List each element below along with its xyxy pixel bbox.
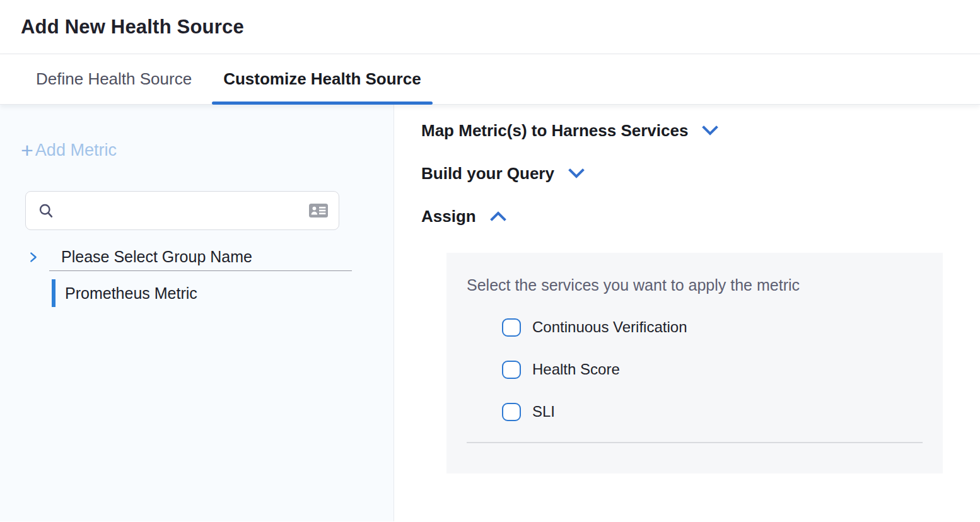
metric-item-label: Prometheus Metric xyxy=(65,284,197,303)
tab-customize-health-source[interactable]: Customize Health Source xyxy=(212,54,433,104)
metric-item-prometheus-metric[interactable]: Prometheus Metric xyxy=(0,279,394,307)
metrics-sidebar: + Add Metric xyxy=(0,105,394,521)
metric-search-box[interactable] xyxy=(25,191,339,230)
option-label: SLI xyxy=(532,403,555,420)
assign-panel-divider xyxy=(467,442,923,443)
section-title: Assign xyxy=(421,207,476,226)
group-row-please-select-group-name[interactable]: Please Select Group Name xyxy=(0,248,394,266)
tab-define-health-source[interactable]: Define Health Source xyxy=(36,54,192,104)
chevron-right-icon[interactable] xyxy=(26,250,40,265)
selected-indicator-bar xyxy=(52,279,55,307)
contact-card-icon[interactable] xyxy=(308,202,329,219)
assign-panel: Select the services you want to apply th… xyxy=(446,253,943,473)
section-title: Build your Query xyxy=(421,164,554,183)
option-continuous-verification: Continuous Verification xyxy=(502,318,943,337)
active-tab-underline xyxy=(212,102,433,105)
option-label: Continuous Verification xyxy=(532,318,687,336)
continuous-verification-checkbox[interactable] xyxy=(502,318,521,337)
content-area: + Add Metric xyxy=(0,105,980,521)
chevron-down-icon[interactable] xyxy=(699,122,721,139)
sli-checkbox[interactable] xyxy=(502,403,521,421)
section-assign[interactable]: Assign xyxy=(421,207,980,226)
search-input[interactable] xyxy=(62,202,308,219)
section-build-your-query[interactable]: Build your Query xyxy=(421,164,980,183)
section-map-metrics-to-harness-services[interactable]: Map Metric(s) to Harness Services xyxy=(421,121,980,140)
assign-prompt: Select the services you want to apply th… xyxy=(467,276,943,294)
customize-main-panel: Map Metric(s) to Harness Services Build … xyxy=(394,105,980,521)
group-name-label: Please Select Group Name xyxy=(61,248,252,266)
tab-customize-label: Customize Health Source xyxy=(223,69,421,89)
page-header: Add New Health Source xyxy=(0,0,980,54)
chevron-down-icon[interactable] xyxy=(566,165,587,182)
add-metric-button[interactable]: + Add Metric xyxy=(21,139,117,161)
tab-bar: Define Health Source Customize Health So… xyxy=(0,54,980,105)
group-divider xyxy=(49,270,352,271)
section-title: Map Metric(s) to Harness Services xyxy=(421,121,688,141)
chevron-up-icon[interactable] xyxy=(487,208,509,224)
search-icon xyxy=(37,202,55,219)
add-metric-label: Add Metric xyxy=(35,141,117,160)
option-sli: SLI xyxy=(502,402,943,421)
tab-define-label: Define Health Source xyxy=(36,69,192,89)
page-title: Add New Health Source xyxy=(21,16,244,38)
option-health-score: Health Score xyxy=(502,360,943,379)
option-label: Health Score xyxy=(532,361,620,378)
plus-icon: + xyxy=(21,139,33,161)
health-score-checkbox[interactable] xyxy=(502,361,521,379)
